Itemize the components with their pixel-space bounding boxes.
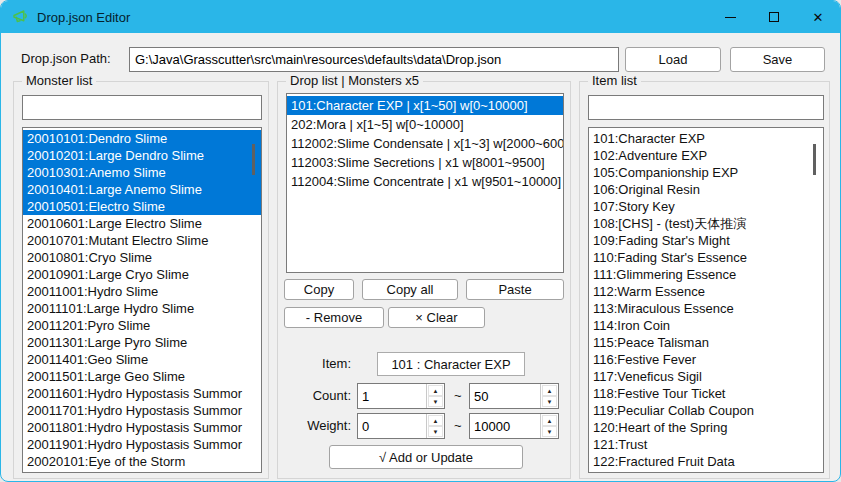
list-item[interactable]: 112:Warm Essence: [589, 283, 823, 300]
list-item[interactable]: 20010401:Large Anemo Slime: [23, 181, 261, 198]
list-item[interactable]: 120:Heart of the Spring: [589, 419, 823, 436]
item-display[interactable]: 101 : Character EXP: [377, 352, 525, 376]
spin-down-icon[interactable]: ▼: [542, 426, 557, 437]
list-item[interactable]: 20011501:Large Geo Slime: [23, 368, 261, 385]
list-item[interactable]: 114:Iron Coin: [589, 317, 823, 334]
list-item[interactable]: 110:Fading Star's Essence: [589, 249, 823, 266]
list-item[interactable]: 20011001:Hydro Slime: [23, 283, 261, 300]
weight-max-spinner: ▲ ▼: [469, 413, 559, 439]
list-item[interactable]: 20010601:Large Electro Slime: [23, 215, 261, 232]
item-filter-input[interactable]: [588, 95, 824, 120]
count-label: Count:: [278, 384, 351, 408]
weight-min-spinner: ▲ ▼: [357, 413, 445, 439]
list-item[interactable]: 115:Peace Talisman: [589, 334, 823, 351]
load-button[interactable]: Load: [625, 47, 721, 72]
remove-button[interactable]: - Remove: [284, 307, 384, 328]
list-item[interactable]: 102:Adventure EXP: [589, 147, 823, 164]
list-item[interactable]: 20010801:Cryo Slime: [23, 249, 261, 266]
count-range-separator: ~: [454, 384, 462, 408]
spin-up-icon[interactable]: ▲: [542, 385, 557, 396]
maximize-icon: [769, 12, 779, 22]
list-item[interactable]: 101:Character EXP: [589, 130, 823, 147]
weight-max-input[interactable]: [470, 414, 540, 438]
list-item[interactable]: 20010101:Dendro Slime: [23, 130, 261, 147]
list-item[interactable]: 118:Festive Tour Ticket: [589, 385, 823, 402]
app-window: Drop.json Editor ✕ Drop.json Path: Load …: [0, 0, 841, 482]
close-button[interactable]: ✕: [796, 1, 840, 33]
window-controls: ✕: [708, 1, 840, 33]
spin-down-icon[interactable]: ▼: [428, 396, 443, 407]
list-item[interactable]: 20011201:Pyro Slime: [23, 317, 261, 334]
drop-listbox[interactable]: 101:Character EXP | x[1~50] w[0~10000]20…: [286, 93, 564, 273]
list-item[interactable]: 20020101:Eye of the Storm: [23, 453, 261, 470]
copy-button[interactable]: Copy: [284, 279, 354, 300]
item-label: Item:: [278, 352, 351, 376]
count-max-input[interactable]: [470, 384, 540, 408]
drop-list-title: Drop list | Monsters x5: [286, 73, 423, 88]
clear-button[interactable]: × Clear: [388, 307, 485, 328]
list-item[interactable]: 113:Miraculous Essence: [589, 300, 823, 317]
list-item[interactable]: 20011801:Hydro Hypostasis Summor: [23, 419, 261, 436]
maximize-button[interactable]: [752, 1, 796, 33]
list-item[interactable]: 112003:Slime Secretions | x1 w[8001~9500…: [287, 153, 563, 172]
list-item[interactable]: 105:Companionship EXP: [589, 164, 823, 181]
window-title: Drop.json Editor: [37, 10, 130, 25]
minimize-button[interactable]: [708, 1, 752, 33]
title-bar: Drop.json Editor ✕: [1, 1, 840, 33]
monster-scrollbar-thumb[interactable]: [252, 144, 255, 175]
list-item[interactable]: 112002:Slime Condensate | x[1~3] w[2000~…: [287, 134, 563, 153]
weight-min-arrows: ▲ ▼: [426, 414, 444, 438]
list-item[interactable]: 121:Trust: [589, 436, 823, 453]
list-item[interactable]: 202:Mora | x[1~5] w[0~10000]: [287, 115, 563, 134]
list-item[interactable]: 20011401:Geo Slime: [23, 351, 261, 368]
weight-max-arrows: ▲ ▼: [540, 414, 558, 438]
list-item[interactable]: 109:Fading Star's Might: [589, 232, 823, 249]
item-list-group: Item list 101:Character EXP102:Adventure…: [579, 81, 830, 479]
spin-up-icon[interactable]: ▲: [428, 415, 443, 426]
list-item[interactable]: 117:Veneficus Sigil: [589, 368, 823, 385]
item-scrollbar-thumb[interactable]: [813, 144, 816, 175]
list-item[interactable]: 116:Festive Fever: [589, 351, 823, 368]
item-listbox[interactable]: 101:Character EXP102:Adventure EXP105:Co…: [588, 127, 824, 473]
list-item[interactable]: 111:Glimmering Essence: [589, 266, 823, 283]
add-or-update-button[interactable]: √ Add or Update: [329, 445, 523, 469]
list-item[interactable]: 20011901:Hydro Hypostasis Summor: [23, 436, 261, 453]
list-item[interactable]: 112004:Slime Concentrate | x1 w[9501~100…: [287, 172, 563, 191]
monster-filter-input[interactable]: [22, 95, 262, 120]
save-button[interactable]: Save: [730, 47, 825, 72]
copy-all-button[interactable]: Copy all: [362, 279, 458, 300]
weight-label: Weight:: [278, 414, 351, 438]
list-item[interactable]: 20010501:Electro Slime: [23, 198, 261, 215]
minimize-icon: [725, 17, 736, 18]
list-item[interactable]: 108:[CHS] - (test)天体推演: [589, 215, 823, 232]
monster-listbox[interactable]: 20010101:Dendro Slime20010201:Large Dend…: [22, 127, 262, 473]
list-item[interactable]: 101:Character EXP | x[1~50] w[0~10000]: [287, 96, 563, 115]
drop-list-group: Drop list | Monsters x5 101:Character EX…: [277, 81, 571, 479]
spin-up-icon[interactable]: ▲: [542, 415, 557, 426]
list-item[interactable]: 20011601:Hydro Hypostasis Summor: [23, 385, 261, 402]
weight-min-input[interactable]: [358, 414, 426, 438]
monster-list-title: Monster list: [22, 73, 96, 88]
list-item[interactable]: 20010201:Large Dendro Slime: [23, 147, 261, 164]
list-item[interactable]: 20010301:Anemo Slime: [23, 164, 261, 181]
list-item[interactable]: 106:Original Resin: [589, 181, 823, 198]
list-item[interactable]: 119:Peculiar Collab Coupon: [589, 402, 823, 419]
path-input[interactable]: [129, 47, 619, 72]
count-min-input[interactable]: [358, 384, 426, 408]
monster-list-group: Monster list 20010101:Dendro Slime200102…: [13, 81, 269, 479]
list-item[interactable]: 20011101:Large Hydro Slime: [23, 300, 261, 317]
weight-range-separator: ~: [454, 414, 462, 438]
list-item[interactable]: 107:Story Key: [589, 198, 823, 215]
list-item[interactable]: 20011701:Hydro Hypostasis Summor: [23, 402, 261, 419]
spin-down-icon[interactable]: ▼: [428, 426, 443, 437]
megaphone-icon: [11, 8, 29, 26]
count-min-spinner: ▲ ▼: [357, 383, 445, 409]
spin-up-icon[interactable]: ▲: [428, 385, 443, 396]
list-item[interactable]: 20011301:Large Pyro Slime: [23, 334, 261, 351]
list-item[interactable]: 20010901:Large Cryo Slime: [23, 266, 261, 283]
paste-button[interactable]: Paste: [466, 279, 564, 300]
spin-down-icon[interactable]: ▼: [542, 396, 557, 407]
list-item[interactable]: 122:Fractured Fruit Data: [589, 453, 823, 470]
list-item[interactable]: 20010701:Mutant Electro Slime: [23, 232, 261, 249]
count-max-spinner: ▲ ▼: [469, 383, 559, 409]
